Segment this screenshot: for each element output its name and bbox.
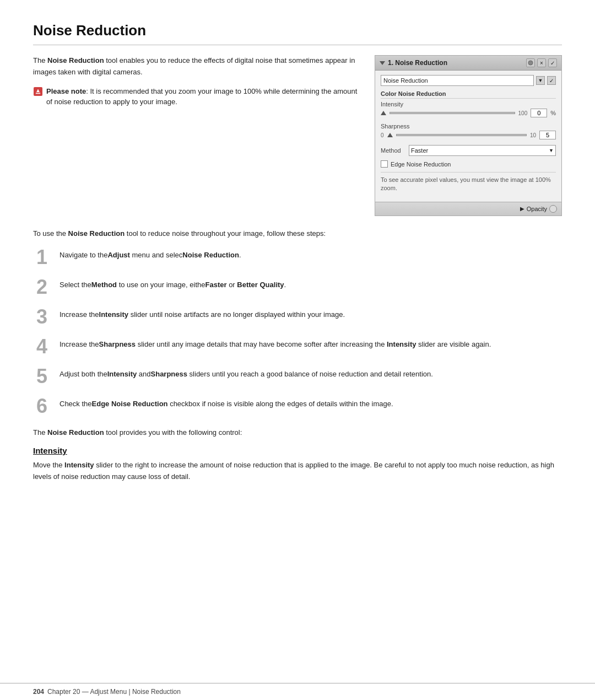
- intro-paragraph1: The Noise Reduction tool enables you to …: [33, 55, 358, 78]
- svg-point-2: [528, 61, 533, 65]
- footer-page-number: 204: [33, 688, 44, 696]
- step-text-2: Select theMethod to use on your image, e…: [60, 277, 286, 291]
- sharpness-label: Sharpness: [381, 123, 556, 130]
- edge-noise-checkbox[interactable]: [381, 160, 388, 168]
- step-item-6: 6 Check theEdge Noise Reduction checkbox…: [33, 396, 562, 416]
- intensity-section-title: Intensity: [33, 446, 562, 455]
- circle-icon: [528, 60, 533, 66]
- method-dropdown-arrow: ▼: [549, 148, 554, 153]
- opacity-section: ▶ Opacity: [520, 205, 557, 213]
- intensity-section-text: Move the Intensity slider to the right t…: [33, 460, 562, 483]
- panel-title-left: 1. Noise Reduction: [380, 59, 447, 67]
- dropdown-label: Noise Reduction: [383, 77, 428, 84]
- sharpness-max-label: 10: [530, 132, 536, 138]
- step-number-5: 5: [33, 367, 51, 386]
- opacity-radio-icon[interactable]: [549, 205, 557, 213]
- sharpness-input[interactable]: [539, 131, 556, 139]
- arrow-icon: ▼: [538, 78, 543, 83]
- sharpness-slider-control: 0 10: [381, 131, 556, 139]
- step-number-1: 1: [33, 247, 51, 267]
- sharpness-min-label: 0: [381, 132, 384, 138]
- steps-intro-bold: Noise Reduction: [68, 229, 125, 238]
- step-item-1: 1 Navigate to theAdjust menu and selecNo…: [33, 247, 562, 267]
- panel-dropdown-row: Noise Reduction ▼ ✓: [381, 75, 556, 86]
- check-icon: ✓: [550, 60, 555, 66]
- step-number-3: 3: [33, 307, 51, 327]
- panel-widget: 1. Noise Reduction × ✓: [375, 55, 562, 216]
- step-item-5: 5 Adjust both theIntensity andSharpness …: [33, 367, 562, 386]
- dropdown-arrow-icon[interactable]: ▼: [536, 76, 545, 85]
- method-value: Faster: [411, 147, 428, 154]
- step-number-2: 2: [33, 277, 51, 297]
- panel-title-label: 1. Noise Reduction: [388, 59, 447, 67]
- please-note: Please note: It is recommended that you …: [33, 86, 358, 107]
- intensity-bold-4: Intensity: [387, 340, 416, 348]
- intensity-section: Intensity Move the Intensity slider to t…: [33, 446, 562, 483]
- footer-chapter-text: Chapter 20 — Adjust Menu | Noise Reducti…: [47, 688, 181, 696]
- step-number-4: 4: [33, 337, 51, 357]
- panel-footer: ▶ Opacity: [375, 202, 561, 216]
- panel-titlebar: 1. Noise Reduction × ✓: [375, 56, 561, 71]
- checkmark-icon: ✓: [549, 78, 554, 84]
- footer-bar: 204 Chapter 20 — Adjust Menu | Noise Red…: [0, 683, 595, 700]
- controls-intro-bold: Noise Reduction: [47, 428, 104, 437]
- steps-intro: To use the Noise Reduction tool to reduc…: [33, 228, 562, 240]
- intro-bold1: Noise Reduction: [47, 56, 104, 64]
- opacity-label: Opacity: [527, 206, 547, 212]
- panel-check-btn[interactable]: ✓: [548, 58, 557, 67]
- opacity-triangle: ▶: [520, 206, 524, 212]
- intensity-slider-row: Intensity 100 %: [381, 101, 556, 117]
- step-text-5: Adjust both theIntensity andSharpness sl…: [60, 367, 433, 380]
- step-text-4: Increase theSharpness slider until any i…: [60, 337, 491, 351]
- step-item-2: 2 Select theMethod to use on your image,…: [33, 277, 562, 297]
- intensity-input[interactable]: [531, 109, 547, 117]
- intensity-label: Intensity: [381, 101, 556, 107]
- intensity-track[interactable]: [390, 112, 515, 114]
- better-quality-bold: Better Quality: [237, 281, 284, 289]
- sharpness-track[interactable]: [396, 134, 527, 136]
- panel-collapse-icon[interactable]: [380, 61, 385, 65]
- intensity-unit: %: [550, 110, 556, 116]
- page-container: Noise Reduction The Noise Reduction tool…: [0, 0, 595, 700]
- edge-noise-row: Edge Noise Reduction: [381, 160, 556, 168]
- faster-bold: Faster: [205, 281, 226, 289]
- color-noise-reduction-label: Color Noise Reduction: [381, 90, 556, 99]
- page-title: Noise Reduction: [33, 22, 562, 45]
- method-select[interactable]: Faster ▼: [409, 145, 556, 156]
- sharpness-bold-4: Sharpness: [99, 340, 136, 348]
- intensity-bold-3: Intensity: [99, 310, 128, 319]
- method-row: Method Faster ▼: [381, 145, 556, 156]
- adjust-menu-bold: Adjust: [107, 251, 129, 259]
- intensity-section-bold: Intensity: [64, 461, 94, 469]
- pencil-icon: [33, 87, 43, 96]
- controls-intro: The Noise Reduction tool provides you wi…: [33, 427, 562, 439]
- panel-color-btn[interactable]: [526, 58, 535, 67]
- panel-title-right: × ✓: [526, 58, 557, 67]
- panel-check-icon[interactable]: ✓: [547, 76, 556, 85]
- step-text-6: Check theEdge Noise Reduction checkbox i…: [60, 396, 393, 410]
- step-item-3: 3 Increase theIntensity slider until noi…: [33, 307, 562, 327]
- panel-zoom-note: To see accurate pixel values, you must v…: [381, 172, 556, 193]
- noise-reduction-bold-1: Noise Reduction: [182, 251, 239, 259]
- steps-section: 1 Navigate to theAdjust menu and selecNo…: [33, 247, 562, 416]
- step-number-6: 6: [33, 396, 51, 416]
- please-note-text: Please note: It is recommended that you …: [46, 86, 358, 107]
- intensity-slider-control: 100 %: [381, 109, 556, 117]
- intensity-thumb-container: [381, 111, 386, 115]
- top-section: The Noise Reduction tool enables you to …: [33, 55, 562, 216]
- edge-noise-bold: Edge Noise Reduction: [92, 400, 168, 408]
- method-bold: Method: [91, 281, 117, 289]
- sharpness-thumb-icon: [387, 133, 393, 137]
- method-label: Method: [381, 147, 405, 154]
- noise-reduction-dropdown[interactable]: Noise Reduction: [381, 75, 534, 86]
- intensity-max-label: 100: [518, 110, 528, 116]
- sharpness-slider-row: Sharpness 0 10: [381, 123, 556, 139]
- sharpness-bold-5: Sharpness: [151, 370, 187, 378]
- intensity-bold-5: Intensity: [107, 370, 137, 378]
- edge-noise-label: Edge Noise Reduction: [391, 161, 451, 168]
- panel-body: Noise Reduction ▼ ✓ Color Noise Reductio…: [375, 71, 561, 202]
- intro-text: The Noise Reduction tool enables you to …: [33, 55, 358, 216]
- close-icon: ×: [540, 60, 543, 66]
- sharpness-thumb-container: [387, 133, 393, 137]
- panel-close-btn[interactable]: ×: [537, 58, 546, 67]
